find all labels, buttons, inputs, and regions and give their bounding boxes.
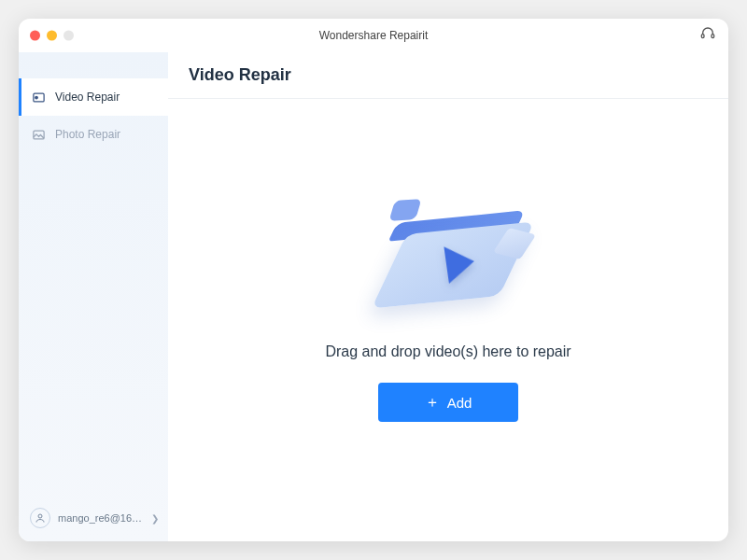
sidebar-item-label: Photo Repair <box>55 128 120 141</box>
main-header: Video Repair <box>168 52 728 99</box>
sidebar-item-photo-repair[interactable]: Photo Repair <box>19 116 168 153</box>
dropzone-instruction: Drag and drop video(s) here to repair <box>325 343 571 360</box>
avatar-icon <box>30 508 50 528</box>
support-icon[interactable] <box>700 26 715 45</box>
sidebar-item-label: Video Repair <box>55 91 120 104</box>
user-account-button[interactable]: mango_re6@163.... ❯ <box>19 498 168 541</box>
plus-icon: ＋ <box>425 395 440 410</box>
video-repair-icon <box>32 91 46 105</box>
user-name: mango_re6@163.... <box>58 512 144 524</box>
svg-point-3 <box>35 96 38 99</box>
video-drop-zone[interactable]: Drag and drop video(s) here to repair ＋ … <box>168 99 728 541</box>
chevron-right-icon: ❯ <box>151 513 159 524</box>
svg-rect-1 <box>712 34 714 37</box>
svg-rect-0 <box>701 34 704 37</box>
app-window: Wondershare Repairit Video Repa <box>19 19 728 541</box>
sidebar-nav: Video Repair Photo Repair <box>19 78 168 153</box>
minimize-window-button[interactable] <box>47 30 57 40</box>
content-area: Video Repair Photo Repair <box>19 52 728 541</box>
window-controls <box>30 30 74 40</box>
sidebar: Video Repair Photo Repair <box>19 52 168 541</box>
main-panel: Video Repair Drag and drop video(s) here… <box>168 52 728 541</box>
close-window-button[interactable] <box>30 30 40 40</box>
photo-repair-icon <box>32 128 46 142</box>
add-button[interactable]: ＋ Add <box>378 383 518 422</box>
page-title: Video Repair <box>189 65 708 85</box>
dropzone-illustration <box>355 190 542 321</box>
titlebar: Wondershare Repairit <box>19 19 728 52</box>
sidebar-item-video-repair[interactable]: Video Repair <box>19 78 168 116</box>
maximize-window-button[interactable] <box>63 30 74 40</box>
app-title: Wondershare Repairit <box>319 29 429 42</box>
svg-point-5 <box>38 514 42 518</box>
add-button-label: Add <box>447 395 472 411</box>
